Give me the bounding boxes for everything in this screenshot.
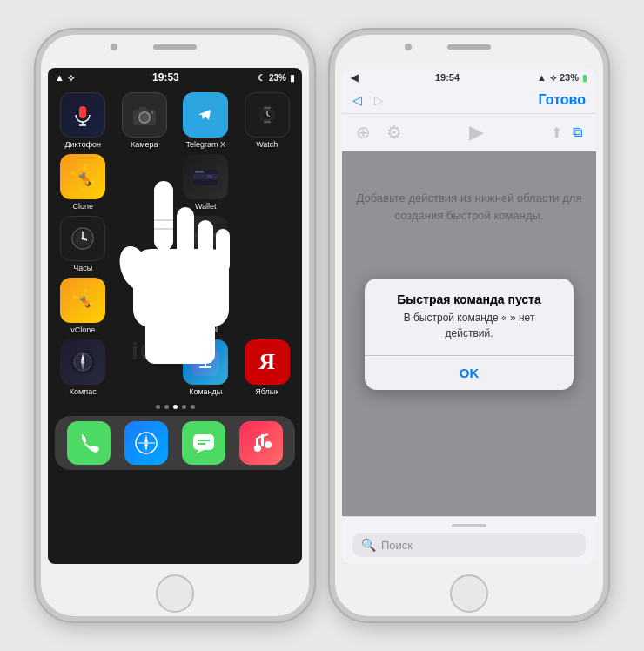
app-camera-icon — [122, 92, 167, 138]
app-watch-icon — [245, 92, 290, 138]
battery-icon-1: ▮ — [290, 73, 295, 83]
search-placeholder: Поиск — [381, 539, 413, 552]
dock-music[interactable] — [239, 421, 283, 465]
home-button-2[interactable] — [450, 574, 488, 613]
status-right-1: ☾ 23% ▮ — [258, 73, 295, 83]
nav-done-button[interactable]: Готово — [539, 92, 586, 108]
status-left-1: ▲ ⟡ — [55, 72, 74, 84]
phone-top-2 — [335, 35, 603, 59]
shortcuts-main: Добавьте действия из нижней области для … — [342, 151, 596, 516]
app-yablyk-label: Яблык — [255, 387, 278, 396]
phone-1: ▲ ⟡ 19:53 ☾ 23% ▮ Диктофон — [36, 30, 314, 621]
app-camera-label: Камера — [131, 140, 158, 149]
search-bar[interactable]: 🔍 Поиск — [352, 533, 586, 557]
app-chasy-label: Часы — [73, 264, 92, 272]
toolbar-toggle-icon[interactable]: ⧉ — [573, 124, 582, 141]
app-chasy-icon — [60, 216, 105, 261]
status-time-1: 19:53 — [152, 71, 179, 84]
camera-dot-1 — [111, 44, 117, 50]
phone-screen-1: ▲ ⟡ 19:53 ☾ 23% ▮ Диктофон — [48, 68, 302, 564]
battery-2: 23% — [560, 72, 579, 83]
bottom-handle — [452, 524, 486, 527]
alert-title: Быстрая команда пуста — [365, 279, 574, 310]
toolbar-settings-icon[interactable]: ⚙ — [386, 122, 402, 143]
page-dots — [48, 401, 302, 413]
app-dock — [55, 416, 295, 470]
app-watch[interactable]: Watch — [239, 92, 296, 149]
search-icon: 🔍 — [361, 538, 376, 552]
alert-dialog: Быстрая команда пуста В быстрой команде … — [365, 279, 574, 390]
alert-overlay: Быстрая команда пуста В быстрой команде … — [342, 151, 596, 516]
status-right-2: ▲ ⟡ 23% ▮ — [537, 72, 587, 84]
dock-safari[interactable] — [124, 421, 168, 465]
toolbar-share-icon[interactable]: ⬆ — [551, 124, 562, 141]
toolbar-right: ⬆ ⧉ — [551, 124, 582, 141]
svg-rect-6 — [139, 107, 146, 111]
phone-top-1 — [41, 35, 309, 59]
dot-1 — [156, 405, 160, 409]
moon-icon: ☾ — [258, 73, 265, 83]
shortcuts-app: ◀ 19:54 ▲ ⟡ 23% ▮ ◁ ▷ Готово — [342, 68, 596, 564]
app-dictaphone-label: Диктофон — [64, 140, 101, 149]
app-dictaphone-icon — [60, 92, 105, 138]
signal-icon: ⟡ — [68, 72, 74, 84]
dot-4 — [182, 405, 186, 409]
dot-2 — [164, 405, 169, 409]
toolbar-play-button[interactable]: ▶ — [469, 121, 484, 144]
app-camera[interactable]: Камера — [117, 92, 173, 149]
svg-rect-46 — [145, 316, 215, 364]
app-yablyk-icon: Я — [245, 339, 290, 385]
svg-point-38 — [81, 360, 84, 364]
app-clone-label: Clone — [72, 202, 93, 211]
svg-rect-59 — [256, 438, 258, 450]
nav-left-icons: ◁ ▷ — [352, 93, 384, 107]
app-kompas-icon — [60, 339, 105, 385]
ios-homescreen: ▲ ⟡ 19:53 ☾ 23% ▮ Диктофон — [48, 68, 302, 564]
app-watch-label: Watch — [256, 140, 278, 149]
app-wallet2 — [239, 154, 296, 211]
svg-rect-45 — [133, 249, 229, 327]
camera-dot-2 — [405, 44, 412, 50]
svg-rect-40 — [154, 181, 173, 251]
home-button-area-2 — [335, 571, 603, 616]
alert-ok-button[interactable]: OK — [365, 356, 574, 390]
home-button-1[interactable] — [156, 574, 194, 613]
signal-2: ▲ — [537, 72, 547, 83]
shortcuts-nav: ◁ ▷ Готово — [342, 87, 596, 114]
status-bar-2: ◀ 19:54 ▲ ⟡ 23% ▮ — [342, 68, 596, 87]
status-bar-1: ▲ ⟡ 19:53 ☾ 23% ▮ — [48, 68, 302, 87]
battery-icon-2: ▮ — [582, 73, 587, 83]
shortcuts-toolbar: ⊕ ⚙ ▶ ⬆ ⧉ — [342, 114, 596, 151]
dock-phone[interactable] — [67, 421, 111, 465]
svg-marker-51 — [144, 443, 148, 452]
wifi-icon: ▲ — [55, 72, 64, 83]
wifi-2: ⟡ — [550, 72, 556, 84]
app-clone-icon: 🤸 — [60, 154, 105, 199]
nav-back-icon[interactable]: ◁ — [352, 93, 362, 107]
svg-rect-14 — [264, 107, 271, 109]
app-telegram-label: Telegram X — [185, 140, 225, 149]
speaker-1 — [153, 44, 197, 50]
toolbar-left: ⊕ ⚙ — [356, 122, 402, 143]
svg-rect-53 — [193, 434, 214, 450]
app-vclone-label: vClone — [70, 326, 95, 334]
dot-3 — [173, 405, 178, 409]
phone-screen-2: ◀ 19:54 ▲ ⟡ 23% ▮ ◁ ▷ Готово — [342, 68, 596, 564]
app-telegram[interactable]: Telegram X — [178, 92, 234, 149]
dock-messages[interactable] — [182, 421, 225, 465]
speaker-2 — [447, 44, 491, 50]
svg-point-24 — [82, 238, 84, 240]
app-yablyk[interactable]: Я Яблык — [239, 339, 296, 396]
nav-done-label: Готово — [539, 92, 586, 107]
app-komandy-label: Команды — [189, 387, 222, 396]
toolbar-add-icon[interactable]: ⊕ — [356, 122, 371, 143]
nav-forward-icon[interactable]: ▷ — [374, 93, 384, 107]
app-empty-3 — [239, 216, 296, 272]
app-kompas-label: Компас — [70, 387, 97, 396]
svg-point-57 — [265, 441, 272, 448]
dot-5 — [191, 405, 195, 409]
svg-rect-15 — [264, 121, 271, 123]
app-dictaphone[interactable]: Диктофон — [55, 92, 111, 149]
app-empty-5 — [239, 278, 296, 334]
alert-body: В быстрой команде « » нет действий. — [365, 310, 574, 355]
